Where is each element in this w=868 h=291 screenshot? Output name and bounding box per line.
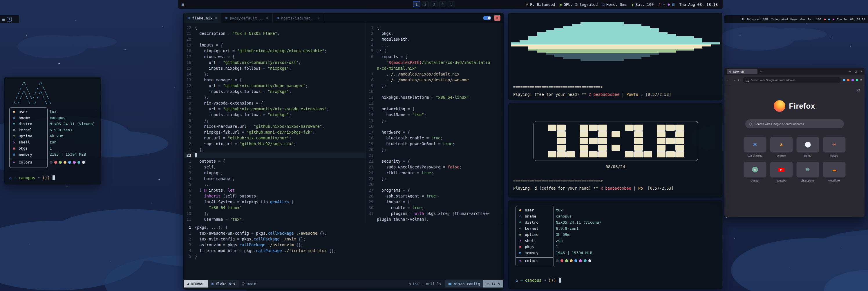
- minimize-button[interactable]: —: [848, 70, 851, 73]
- url-bar[interactable]: Search with Google or enter address: [743, 77, 841, 83]
- close-button[interactable]: ×: [494, 16, 500, 21]
- extension-icon[interactable]: [843, 79, 845, 81]
- extension-icon[interactable]: [851, 79, 854, 81]
- tab-close-icon[interactable]: ×: [266, 16, 268, 20]
- token: };: [195, 118, 209, 123]
- shortcut-chat-openai[interactable]: ❋chat.openai: [796, 162, 819, 182]
- extension-icon[interactable]: [847, 79, 849, 81]
- code-text: ...: [195, 181, 211, 187]
- visualizer-bar: [607, 45, 615, 49]
- token: url: [195, 107, 216, 111]
- playing-segment: Playing: ffee for your head) **: [513, 92, 589, 97]
- back-button[interactable]: ←: [727, 78, 730, 82]
- playing-segment: [0:57/2:53]: [645, 92, 671, 97]
- editor-tab-hosts-isoimag-[interactable]: ❄hosts/isoImag..×: [273, 13, 324, 23]
- palette-icon: ❉: [11, 160, 17, 164]
- tray-icon[interactable]: ●: [668, 2, 670, 6]
- line-number: 26: [366, 181, 377, 187]
- workspace-button-2[interactable]: 2: [422, 1, 429, 7]
- visualizer-bar: [615, 49, 624, 53]
- token: ;: [324, 49, 327, 53]
- shortcut-amazon[interactable]: aamazon: [770, 137, 793, 157]
- shortcut-search-nixos[interactable]: ❄search.nixos: [744, 137, 766, 157]
- code-line: 16: [366, 123, 503, 129]
- code-text: hostName = "iso";: [377, 112, 427, 118]
- workspace-button-5[interactable]: 5: [448, 1, 455, 7]
- token: home-manager: [195, 176, 232, 181]
- shortcut-card: a: [770, 137, 793, 152]
- terminal-visualizer[interactable]: =====================================> P…: [508, 13, 722, 100]
- terminal-fastfetch-right[interactable]: ●usertux⌂hnamecanopus❄distroNixOS 24.11 …: [508, 200, 722, 289]
- shortcut-github[interactable]: github: [796, 137, 819, 157]
- tab-close-icon[interactable]: ×: [215, 16, 217, 20]
- prompt-symbol: ))): [42, 175, 50, 180]
- star-sparkle: ✦: [58, 61, 60, 65]
- token: = {: [214, 43, 223, 47]
- lines-icon: ≡: [487, 282, 489, 286]
- token: ];: [195, 211, 209, 216]
- visualizer-bar: [685, 45, 694, 49]
- token: (: [220, 194, 225, 198]
- workspace-button-1[interactable]: 1: [413, 1, 420, 7]
- bg-status-text: P: Balanced: [742, 18, 761, 21]
- menu-button[interactable]: ≡: [860, 78, 862, 82]
- shell-prompt[interactable]: ⌂→canopus~))): [516, 278, 561, 283]
- split-pkgs-default[interactable]: 1{pkgs, ...}: {1 tux-awesome-wm-config =…: [184, 223, 503, 281]
- token: ssh.startAgent: [377, 194, 419, 198]
- shortcut-chatgpt[interactable]: ❋chatgpt: [744, 162, 766, 182]
- menu-icon[interactable]: ▦: [2, 17, 5, 22]
- code-line: 9 nix-vscode-extensions = {: [184, 100, 366, 106]
- clock-cell: [566, 131, 575, 137]
- code-text: username = "tux";: [195, 216, 244, 222]
- shortcut-youtube[interactable]: ▶youtube: [770, 162, 793, 182]
- editor-tab-pkgs-default-[interactable]: ❄pkgs/default...×: [221, 13, 273, 23]
- menu-icon[interactable]: ▦: [182, 2, 184, 7]
- clock-cell: [566, 124, 575, 131]
- tab-close-icon[interactable]: ×: [317, 16, 319, 20]
- maximize-button[interactable]: ▢: [855, 70, 857, 73]
- visualizer-bar: [659, 32, 668, 45]
- site-icon: ❋: [806, 167, 810, 173]
- code-text: url = "github:nix-community/nix-vscode-e…: [195, 106, 329, 112]
- line-number: 1: [184, 225, 195, 230]
- code-line: plugin thunar-volman];: [366, 216, 503, 222]
- clock-cell: [634, 145, 643, 151]
- shell-prompt[interactable]: ⌂→canopus~))): [9, 175, 55, 180]
- close-button[interactable]: ✕: [860, 70, 862, 73]
- split-flake-nix[interactable]: 22{21 description = "tux's NixOS Flake";…: [184, 23, 366, 223]
- token: ;: [277, 31, 280, 36]
- forward-button[interactable]: →: [732, 78, 736, 82]
- tray-icon[interactable]: ◧: [673, 2, 675, 6]
- workspace-button-4[interactable]: 4: [439, 1, 446, 7]
- split-iso-image[interactable]: 1{2 pkgs,3 modulesPath,4 ...5}: {6 impor…: [366, 23, 503, 223]
- tray-icon[interactable]: ♪: [658, 2, 660, 6]
- token: =: [230, 49, 237, 53]
- personalize-gear-icon[interactable]: ⚙: [857, 88, 861, 92]
- token: thunar: [377, 200, 400, 204]
- star-sparkle: ✦: [158, 177, 160, 181]
- visualizer-bar: [537, 49, 546, 53]
- toggle-switch[interactable]: [483, 16, 491, 20]
- editor-tabs: ❄flake.nix×❄pkgs/default...×❄hosts/isoIm…: [184, 13, 324, 23]
- new-tab-button[interactable]: +: [760, 69, 762, 74]
- tray-icon[interactable]: ▾: [663, 2, 665, 6]
- editor-tab-flake-nix[interactable]: ❄flake.nix×: [184, 13, 221, 23]
- terminal-fastfetch-left[interactable]: /\ /\ / \ / \ / /\ \ / /\ \ / / \ \/ / \…: [4, 77, 101, 184]
- shortcut-cloudflare[interactable]: ☁cloudflare: [823, 162, 845, 182]
- reload-button[interactable]: ↻: [738, 78, 741, 82]
- workspace-button-3[interactable]: 3: [431, 1, 437, 7]
- visualizer-bar: [598, 49, 607, 53]
- newtab-search-input[interactable]: Search with Google or enter address: [745, 119, 844, 128]
- token: =: [216, 107, 223, 111]
- workspace-tag[interactable]: 1: [7, 17, 11, 22]
- token: ./astronvim: [266, 242, 294, 247]
- terminal-clock[interactable]: 08/08/24 ===============================…: [508, 103, 722, 198]
- line-number: 2: [366, 30, 377, 36]
- browser-tab-new-tab[interactable]: New Tab: [727, 69, 757, 74]
- token: ./nvim: [280, 237, 296, 241]
- fetch-info: ●usertux⌂hnamecanopus❄distroNixOS 24.11 …: [516, 206, 716, 267]
- home-icon: ⌂: [9, 175, 11, 180]
- visualizer-bar: [598, 53, 607, 61]
- extension-icon[interactable]: [856, 79, 858, 81]
- shortcut-claude[interactable]: ✳claude: [823, 137, 845, 157]
